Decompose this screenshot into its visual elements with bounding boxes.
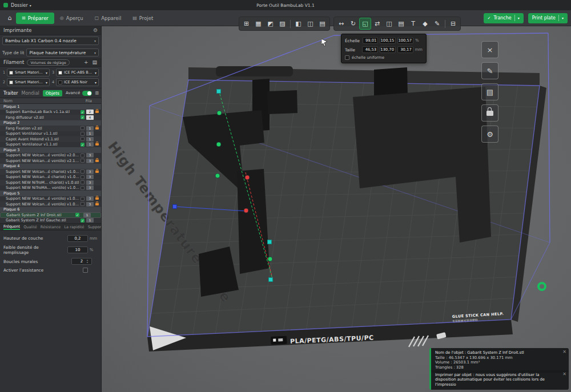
object-visible-checkbox[interactable]	[81, 137, 85, 141]
close-icon[interactable]: ✕	[562, 349, 566, 355]
gizmo-y-handle[interactable]	[268, 257, 272, 261]
object-visible-checkbox[interactable]: ✓	[81, 219, 85, 223]
text-button[interactable]: T	[407, 18, 419, 30]
scale-z-input[interactable]: 100,57	[397, 37, 413, 44]
filament-count-badge[interactable]: 3	[86, 185, 94, 190]
object-visible-checkbox[interactable]	[81, 197, 85, 201]
tab-device[interactable]: ▢Appareil	[89, 13, 127, 24]
object-row[interactable]: Support NEW Volcan...é chariot) v1.0.stl…	[0, 169, 101, 175]
object-row[interactable]: Support NEW NiTroM... chariot) v1.0.stl3	[0, 180, 101, 185]
plate-delete-button[interactable]: ×	[481, 41, 498, 58]
filament-select[interactable]: Smart Materials -...▾	[7, 68, 50, 76]
object-row[interactable]: Support NEW Volcan...é ventilo) v1.0.stl…	[0, 196, 101, 202]
object-mesh[interactable]	[267, 90, 297, 114]
file-menu[interactable]: Dossier ▾	[11, 3, 31, 8]
viewport-3d[interactable]: High Temperature Plate PLA/PETG/ABS/TPU/…	[102, 26, 571, 392]
filament-count-badge[interactable]: 3	[86, 153, 94, 157]
tab-preview[interactable]: ◎Aperçu	[54, 13, 89, 24]
filament-count-badge[interactable]: 3	[86, 196, 94, 201]
filament-list-icon[interactable]: ▤	[91, 59, 98, 65]
plate-edit-button[interactable]: ✎	[481, 62, 498, 79]
scale-y-input[interactable]: 100,15	[380, 37, 396, 44]
gear-icon[interactable]: ⚙	[93, 27, 98, 33]
object-visible-checkbox[interactable]	[81, 159, 85, 163]
size-y-input[interactable]: 130,70	[380, 46, 396, 53]
setting-checkbox[interactable]	[83, 268, 88, 273]
object-visible-checkbox[interactable]: ✓	[81, 143, 85, 147]
gizmo-y-handle[interactable]	[217, 111, 222, 115]
plate-group-row[interactable]: Plaque 5	[0, 191, 101, 196]
object-row[interactable]: Support NEW NiTroMA... ventilo) v1.0.stl…	[0, 185, 101, 191]
tab-objects[interactable]: Objets	[43, 90, 62, 96]
object-row[interactable]: Support NEW Volcan...é chariot) v1.0.stl…	[0, 175, 101, 180]
object-visible-checkbox[interactable]	[81, 132, 85, 136]
object-visible-checkbox[interactable]: ✓	[81, 110, 85, 114]
filament-count-badge[interactable]: 1	[86, 218, 94, 223]
tab-strength[interactable]: Résistance	[41, 225, 61, 229]
filament-select[interactable]: ICE ABS Noir▾	[56, 78, 99, 86]
object-visible-checkbox[interactable]	[81, 186, 85, 190]
object-row[interactable]: Support NEW Volcan...é ventilo) v2.1.stl…	[0, 158, 101, 164]
paint-button[interactable]: ✎	[431, 18, 443, 30]
plate-group-row[interactable]: Plaque 2	[0, 120, 101, 126]
object-visible-checkbox[interactable]	[81, 153, 85, 157]
tab-frequent[interactable]: Fréquent	[3, 224, 20, 230]
setting-input[interactable]: 2	[71, 258, 92, 265]
filament-select[interactable]: Smart Materials...▾	[7, 78, 50, 86]
gizmo-x-handle[interactable]	[173, 205, 177, 209]
filament-count-badge[interactable]: 2	[86, 110, 94, 114]
uniform-scale-checkbox[interactable]	[345, 55, 349, 60]
size-x-input[interactable]: 46,53	[362, 46, 378, 53]
filament-count-badge[interactable]: 1	[83, 213, 91, 217]
object-row[interactable]: Fang diffuseur v2.stl✓4	[0, 115, 101, 120]
plate-group-row[interactable]: Plaque 1	[0, 104, 101, 110]
gizmo-corner-handle[interactable]	[269, 278, 273, 282]
filament-count-badge[interactable]: 1	[86, 137, 94, 142]
add-filament-icon[interactable]: +	[83, 59, 89, 65]
tab-prepare[interactable]: ⊞Préparer	[16, 13, 54, 24]
bed-type-select[interactable]: Plaque haute température ▾	[26, 49, 99, 56]
mirror-button[interactable]: ⇄	[371, 18, 383, 30]
object-visible-checkbox[interactable]: ✓	[81, 115, 85, 119]
scale-button[interactable]: ◱	[359, 18, 371, 30]
gizmo-z-handle[interactable]	[245, 175, 250, 180]
object-visible-checkbox[interactable]: ✓	[75, 213, 79, 217]
filament-count-badge[interactable]: 3	[86, 159, 94, 163]
setting-input[interactable]: 10	[67, 246, 88, 253]
object-visible-checkbox[interactable]	[81, 180, 85, 184]
object-row[interactable]: Support Ventilateur v1.1.stl1	[0, 131, 101, 137]
assistant-badge[interactable]	[537, 282, 546, 291]
seam-button[interactable]: ◆	[419, 18, 431, 30]
object-row[interactable]: Capot Avant Hotend v1.1.stl1	[0, 136, 101, 142]
object-row[interactable]: Fang Fixation v2.stl1	[0, 126, 101, 131]
filament-select[interactable]: ICE PC-ABS Blanc▾	[56, 68, 99, 76]
slice-button[interactable]: ✓ Tranche ▾	[484, 13, 524, 23]
advanced-toggle[interactable]	[82, 91, 92, 96]
home-button[interactable]: ⌂	[3, 13, 16, 24]
split-button[interactable]: ◫	[383, 18, 395, 30]
object-visible-checkbox[interactable]	[81, 202, 85, 206]
object-row[interactable]: Support Ventilateur v1.1.stl✓1	[0, 142, 101, 148]
tab-process[interactable]: Traiter	[3, 91, 18, 96]
plate-layers-button[interactable]: ▤	[481, 83, 498, 100]
setting-input[interactable]: 0,2	[67, 235, 88, 242]
assembly-button[interactable]: ⊟	[447, 18, 459, 30]
plate-group-row[interactable]: Plaque 3	[0, 147, 101, 153]
tab-speed[interactable]: La rapidité	[64, 225, 84, 229]
gizmo-corner-handle[interactable]	[268, 240, 272, 244]
object-row[interactable]: Gabarit System Z Inf Droit.stl✓1	[0, 212, 101, 218]
gizmo-y-handle[interactable]	[215, 173, 220, 178]
size-z-input[interactable]: 30,17	[397, 46, 413, 53]
object-row[interactable]: Support NEW Volcan...é ventilo) v2.0.stl…	[0, 153, 101, 159]
filament-count-badge[interactable]: 3	[86, 202, 94, 207]
clone-button[interactable]: ◧	[292, 18, 304, 30]
printer-preset-select[interactable]: Bambu Lab X1 Carbon 0.4 nozzle ▾	[2, 37, 99, 45]
plate-lock-button[interactable]	[481, 104, 498, 122]
filament-count-badge[interactable]: 1	[86, 126, 94, 131]
object-visible-checkbox[interactable]	[81, 169, 85, 173]
object-row[interactable]: Gabarit System Z Inf Gauche.stl✓1	[0, 218, 101, 224]
merge-button[interactable]: ◫	[304, 18, 316, 30]
filament-count-badge[interactable]: 3	[86, 175, 94, 179]
filament-count-badge[interactable]: 4	[86, 115, 94, 120]
tab-project[interactable]: ▤Projet	[127, 13, 159, 24]
